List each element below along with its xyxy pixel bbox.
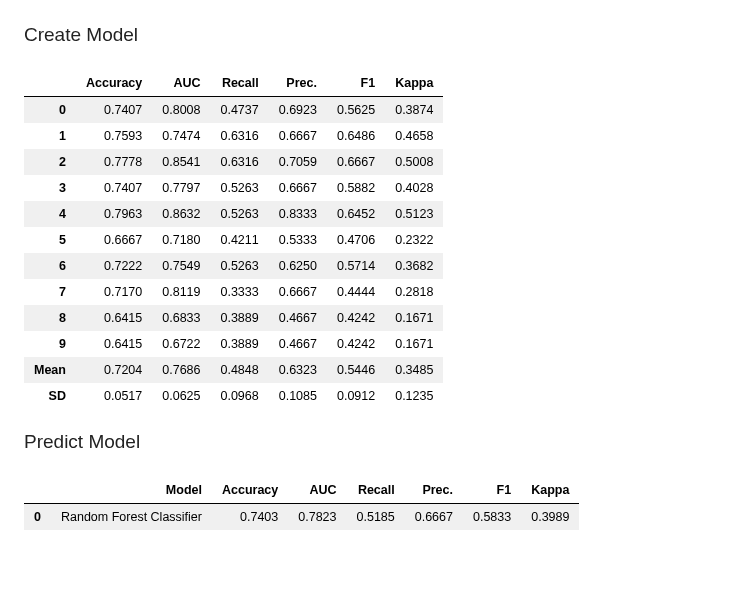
cell-recall: 0.4848 bbox=[210, 357, 268, 383]
cell-auc: 0.7797 bbox=[152, 175, 210, 201]
table-row: 80.64150.68330.38890.46670.42420.1671 bbox=[24, 305, 443, 331]
cell-recall: 0.0968 bbox=[210, 383, 268, 409]
cell-kappa: 0.3874 bbox=[385, 97, 443, 124]
cell-idx: 6 bbox=[24, 253, 76, 279]
cell-prec: 0.4667 bbox=[269, 331, 327, 357]
table-row: 30.74070.77970.52630.66670.58820.4028 bbox=[24, 175, 443, 201]
cell-kappa: 0.4658 bbox=[385, 123, 443, 149]
cell-model: Random Forest Classifier bbox=[51, 504, 212, 531]
table-row: 90.64150.67220.38890.46670.42420.1671 bbox=[24, 331, 443, 357]
predict-model-heading: Predict Model bbox=[24, 431, 732, 453]
cell-f1: 0.6452 bbox=[327, 201, 385, 227]
cell-acc: 0.6415 bbox=[76, 305, 152, 331]
cell-f1: 0.4242 bbox=[327, 305, 385, 331]
table-row: 40.79630.86320.52630.83330.64520.5123 bbox=[24, 201, 443, 227]
cell-recall: 0.4211 bbox=[210, 227, 268, 253]
cell-f1: 0.4242 bbox=[327, 331, 385, 357]
cell-acc: 0.7407 bbox=[76, 175, 152, 201]
cell-idx: 2 bbox=[24, 149, 76, 175]
cell-auc: 0.7474 bbox=[152, 123, 210, 149]
cell-prec: 0.1085 bbox=[269, 383, 327, 409]
cell-kappa: 0.1235 bbox=[385, 383, 443, 409]
cell-auc: 0.8541 bbox=[152, 149, 210, 175]
cell-kappa: 0.5008 bbox=[385, 149, 443, 175]
cell-f1: 0.5625 bbox=[327, 97, 385, 124]
table-row: 70.71700.81190.33330.66670.44440.2818 bbox=[24, 279, 443, 305]
cell-f1: 0.6667 bbox=[327, 149, 385, 175]
cell-recall: 0.5263 bbox=[210, 253, 268, 279]
cell-kappa: 0.1671 bbox=[385, 331, 443, 357]
cell-idx: 3 bbox=[24, 175, 76, 201]
cell-f1: 0.5882 bbox=[327, 175, 385, 201]
cell-f1: 0.4444 bbox=[327, 279, 385, 305]
cell-prec: 0.6323 bbox=[269, 357, 327, 383]
cell-auc: 0.7180 bbox=[152, 227, 210, 253]
cell-acc: 0.0517 bbox=[76, 383, 152, 409]
cell-acc: 0.7407 bbox=[76, 97, 152, 124]
cell-acc: 0.7222 bbox=[76, 253, 152, 279]
table-row: 00.74070.80080.47370.69230.56250.3874 bbox=[24, 97, 443, 124]
cell-recall: 0.5185 bbox=[347, 504, 405, 531]
cell-idx: 4 bbox=[24, 201, 76, 227]
cell-f1: 0.5446 bbox=[327, 357, 385, 383]
cell-prec: 0.6667 bbox=[269, 123, 327, 149]
cell-idx: 7 bbox=[24, 279, 76, 305]
cell-acc: 0.6667 bbox=[76, 227, 152, 253]
cell-recall: 0.6316 bbox=[210, 149, 268, 175]
cell-kappa: 0.4028 bbox=[385, 175, 443, 201]
cell-recall: 0.3333 bbox=[210, 279, 268, 305]
create-model-heading: Create Model bbox=[24, 24, 732, 46]
cell-kappa: 0.2818 bbox=[385, 279, 443, 305]
table-row: 20.77780.85410.63160.70590.66670.5008 bbox=[24, 149, 443, 175]
cell-prec: 0.6250 bbox=[269, 253, 327, 279]
cell-idx: 0 bbox=[24, 97, 76, 124]
cell-kappa: 0.1671 bbox=[385, 305, 443, 331]
col-kappa: Kappa bbox=[385, 70, 443, 97]
cell-idx: 8 bbox=[24, 305, 76, 331]
cell-f1: 0.5714 bbox=[327, 253, 385, 279]
cell-prec: 0.6667 bbox=[269, 279, 327, 305]
cell-recall: 0.3889 bbox=[210, 331, 268, 357]
cell-auc: 0.0625 bbox=[152, 383, 210, 409]
cell-idx: 9 bbox=[24, 331, 76, 357]
cell-auc: 0.7823 bbox=[288, 504, 346, 531]
cell-idx: 5 bbox=[24, 227, 76, 253]
col-recall: Recall bbox=[210, 70, 268, 97]
cell-f1: 0.0912 bbox=[327, 383, 385, 409]
cell-f1: 0.6486 bbox=[327, 123, 385, 149]
col-accuracy: Accuracy bbox=[76, 70, 152, 97]
cell-acc: 0.7778 bbox=[76, 149, 152, 175]
cell-idx: SD bbox=[24, 383, 76, 409]
table-row: 0 Random Forest Classifier 0.7403 0.7823… bbox=[24, 504, 579, 531]
col-prec: Prec. bbox=[405, 477, 463, 504]
cell-acc: 0.7170 bbox=[76, 279, 152, 305]
cell-auc: 0.8008 bbox=[152, 97, 210, 124]
cell-auc: 0.6833 bbox=[152, 305, 210, 331]
cell-kappa: 0.3485 bbox=[385, 357, 443, 383]
cell-acc: 0.7593 bbox=[76, 123, 152, 149]
cell-prec: 0.8333 bbox=[269, 201, 327, 227]
col-f1: F1 bbox=[327, 70, 385, 97]
cell-prec: 0.6667 bbox=[405, 504, 463, 531]
predict-model-table: Model Accuracy AUC Recall Prec. F1 Kappa… bbox=[24, 477, 579, 530]
cell-recall: 0.6316 bbox=[210, 123, 268, 149]
cell-auc: 0.8119 bbox=[152, 279, 210, 305]
cell-prec: 0.5333 bbox=[269, 227, 327, 253]
table-row-mean: Mean0.72040.76860.48480.63230.54460.3485 bbox=[24, 357, 443, 383]
cell-f1: 0.5833 bbox=[463, 504, 521, 531]
table-row-sd: SD0.05170.06250.09680.10850.09120.1235 bbox=[24, 383, 443, 409]
cell-recall: 0.3889 bbox=[210, 305, 268, 331]
col-kappa: Kappa bbox=[521, 477, 579, 504]
create-model-table: Accuracy AUC Recall Prec. F1 Kappa 00.74… bbox=[24, 70, 443, 409]
col-model: Model bbox=[51, 477, 212, 504]
table-row: 50.66670.71800.42110.53330.47060.2322 bbox=[24, 227, 443, 253]
col-fold bbox=[24, 70, 76, 97]
cell-prec: 0.7059 bbox=[269, 149, 327, 175]
col-auc: AUC bbox=[288, 477, 346, 504]
col-prec: Prec. bbox=[269, 70, 327, 97]
cell-idx: Mean bbox=[24, 357, 76, 383]
cell-prec: 0.4667 bbox=[269, 305, 327, 331]
cell-idx: 1 bbox=[24, 123, 76, 149]
cell-recall: 0.5263 bbox=[210, 201, 268, 227]
cell-kappa: 0.2322 bbox=[385, 227, 443, 253]
